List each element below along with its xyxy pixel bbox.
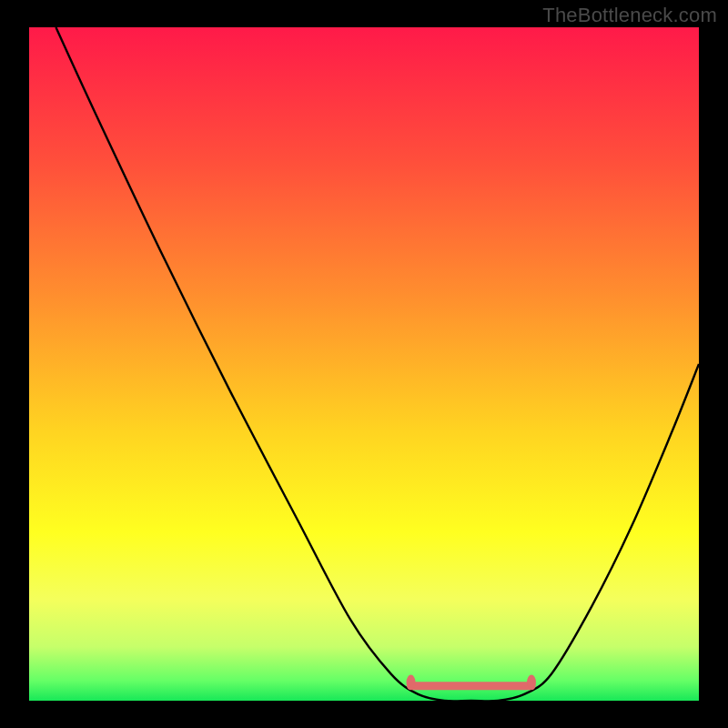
chart-frame: TheBottleneck.com [0,0,728,728]
chart-svg [29,27,699,701]
watermark-text: TheBottleneck.com [542,4,717,27]
gradient-background [29,27,699,701]
plot-area [29,27,699,701]
svg-point-1 [407,675,416,690]
svg-point-2 [527,675,536,690]
